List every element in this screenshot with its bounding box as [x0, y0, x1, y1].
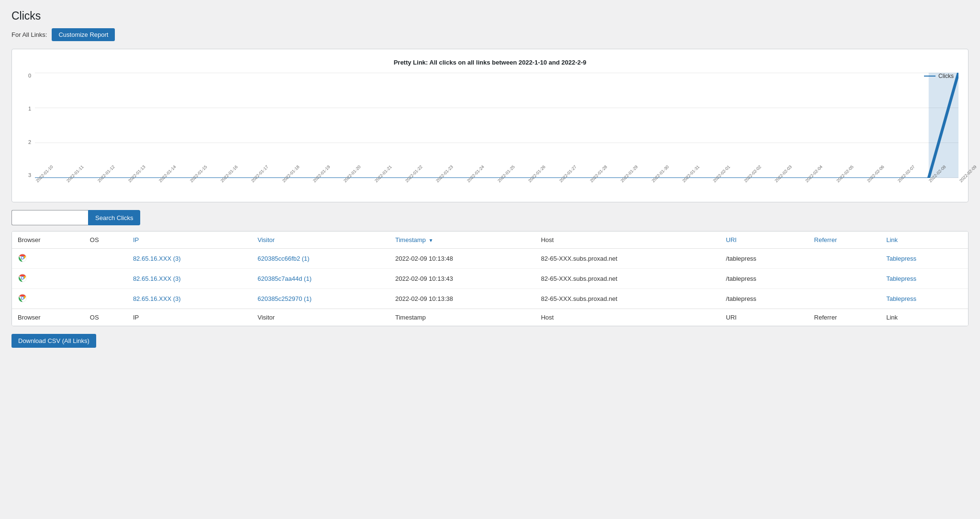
- chart-y-axis: 3 2 1 0: [22, 73, 35, 197]
- customize-report-button[interactable]: Customize Report: [52, 28, 115, 41]
- col-header-referrer[interactable]: Referrer: [808, 232, 880, 249]
- cell-browser-2: [12, 289, 84, 309]
- table-body: 82.65.16.XXX (3) 620385cc66fb2 (1) 2022-…: [12, 249, 968, 309]
- footer-uri: URI: [720, 309, 808, 326]
- cell-host-1: 82-65-XXX.subs.proxad.net: [535, 269, 720, 289]
- table-footer-row: Browser OS IP Visitor Timestamp Host URI…: [12, 309, 968, 326]
- svg-point-9: [22, 297, 23, 299]
- chart-section: Pretty Link: All clicks on all links bet…: [11, 49, 969, 202]
- download-csv-button[interactable]: Download CSV (All Links): [11, 334, 96, 348]
- col-header-link[interactable]: Link: [880, 232, 968, 249]
- y-label-2: 2: [22, 139, 31, 145]
- search-input[interactable]: [11, 210, 88, 225]
- cell-os-1: [84, 269, 127, 289]
- cell-link-0[interactable]: Tablepress: [880, 249, 968, 269]
- cell-browser-0: [12, 249, 84, 269]
- table-row: 82.65.16.XXX (3) 620385cc66fb2 (1) 2022-…: [12, 249, 968, 269]
- chart-inner: 2022-01-102022-01-112022-01-122022-01-13…: [35, 73, 958, 197]
- col-header-browser: Browser: [12, 232, 84, 249]
- chart-area: 3 2 1 0: [22, 73, 958, 197]
- footer-visitor: Visitor: [252, 309, 390, 326]
- svg-marker-0: [35, 73, 958, 178]
- cell-host-2: 82-65-XXX.subs.proxad.net: [535, 289, 720, 309]
- col-header-timestamp[interactable]: Timestamp ▼: [390, 232, 535, 249]
- cell-uri-0: /tablepress: [720, 249, 808, 269]
- cell-link-1[interactable]: Tablepress: [880, 269, 968, 289]
- col-header-ip[interactable]: IP: [127, 232, 252, 249]
- table-row: 82.65.16.XXX (3) 620385c252970 (1) 2022-…: [12, 289, 968, 309]
- cell-browser-1: [12, 269, 84, 289]
- cell-uri-2: /tablepress: [720, 289, 808, 309]
- table-row: 82.65.16.XXX (3) 620385c7aa44d (1) 2022-…: [12, 269, 968, 289]
- sort-icon-timestamp: ▼: [428, 238, 433, 243]
- cell-ip-2[interactable]: 82.65.16.XXX (3): [127, 289, 252, 309]
- cell-host-0: 82-65-XXX.subs.proxad.net: [535, 249, 720, 269]
- table-section: Browser OS IP Visitor Timestamp ▼ Host U…: [11, 231, 969, 326]
- cell-timestamp-0: 2022-02-09 10:13:48: [390, 249, 535, 269]
- y-label-1: 1: [22, 106, 31, 111]
- cell-link-2[interactable]: Tablepress: [880, 289, 968, 309]
- clicks-table: Browser OS IP Visitor Timestamp ▼ Host U…: [12, 232, 968, 326]
- legend-line: [924, 76, 935, 77]
- page-title: Clicks: [11, 10, 969, 22]
- chart-legend: Clicks: [924, 73, 954, 79]
- table-footer: Browser OS IP Visitor Timestamp Host URI…: [12, 309, 968, 326]
- cell-timestamp-2: 2022-02-09 10:13:38: [390, 289, 535, 309]
- footer-os: OS: [84, 309, 127, 326]
- table-header-row: Browser OS IP Visitor Timestamp ▼ Host U…: [12, 232, 968, 249]
- for-all-links-row: For All Links: Customize Report: [11, 28, 969, 41]
- chart-svg-wrapper: [35, 73, 958, 178]
- cell-referrer-1: [808, 269, 880, 289]
- chart-title: Pretty Link: All clicks on all links bet…: [22, 59, 958, 66]
- cell-os-0: [84, 249, 127, 269]
- cell-ip-1[interactable]: 82.65.16.XXX (3): [127, 269, 252, 289]
- cell-visitor-2[interactable]: 620385c252970 (1): [252, 289, 390, 309]
- col-header-os: OS: [84, 232, 127, 249]
- page-wrapper: Clicks For All Links: Customize Report P…: [0, 0, 980, 519]
- footer-timestamp: Timestamp: [390, 309, 535, 326]
- footer-ip: IP: [127, 309, 252, 326]
- col-header-visitor[interactable]: Visitor: [252, 232, 390, 249]
- x-label-30: 2022-02-09: [958, 164, 978, 183]
- cell-uri-1: /tablepress: [720, 269, 808, 289]
- search-clicks-button[interactable]: Search Clicks: [88, 210, 140, 225]
- cell-referrer-2: [808, 289, 880, 309]
- cell-visitor-0[interactable]: 620385cc66fb2 (1): [252, 249, 390, 269]
- footer-link: Link: [880, 309, 968, 326]
- cell-referrer-0: [808, 249, 880, 269]
- y-label-0: 0: [22, 73, 31, 78]
- footer-host: Host: [535, 309, 720, 326]
- cell-visitor-1[interactable]: 620385c7aa44d (1): [252, 269, 390, 289]
- footer-browser: Browser: [12, 309, 84, 326]
- footer-referrer: Referrer: [808, 309, 880, 326]
- legend-label: Clicks: [938, 73, 954, 79]
- cell-timestamp-1: 2022-02-09 10:13:43: [390, 269, 535, 289]
- col-header-host: Host: [535, 232, 720, 249]
- cell-os-2: [84, 289, 127, 309]
- chart-x-labels: 2022-01-102022-01-112022-01-122022-01-13…: [35, 178, 958, 197]
- search-row: Search Clicks: [11, 210, 969, 225]
- cell-ip-0[interactable]: 82.65.16.XXX (3): [127, 249, 252, 269]
- for-all-links-label: For All Links:: [11, 31, 47, 38]
- y-label-3: 3: [22, 172, 31, 178]
- col-header-uri[interactable]: URI: [720, 232, 808, 249]
- svg-point-3: [22, 257, 23, 259]
- table-header: Browser OS IP Visitor Timestamp ▼ Host U…: [12, 232, 968, 249]
- svg-point-6: [22, 277, 23, 279]
